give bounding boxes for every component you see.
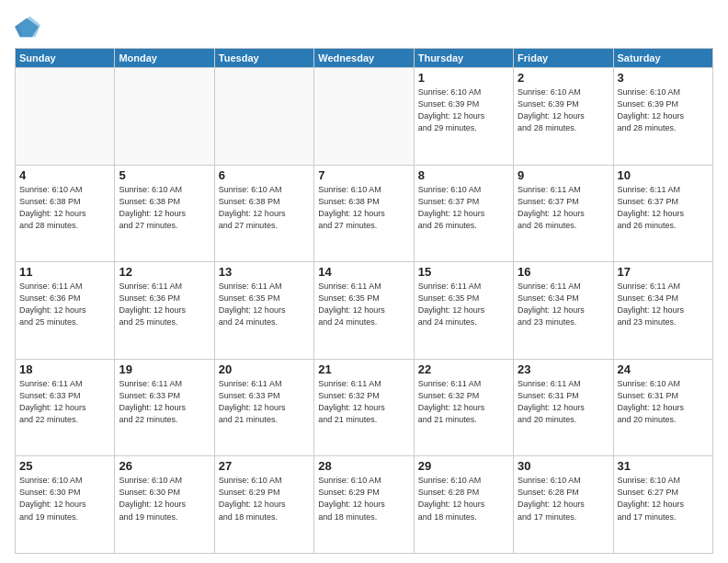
day-number: 20	[219, 362, 310, 376]
day-number: 11	[19, 265, 110, 279]
day-detail: Sunrise: 6:11 AM Sunset: 6:37 PM Dayligh…	[518, 184, 609, 232]
header-row: SundayMondayTuesdayWednesdayThursdayFrid…	[16, 49, 713, 68]
day-detail: Sunrise: 6:11 AM Sunset: 6:36 PM Dayligh…	[119, 281, 210, 328]
day-cell: 2Sunrise: 6:10 AM Sunset: 6:39 PM Daylig…	[514, 68, 613, 166]
day-number: 19	[119, 362, 210, 376]
day-number: 21	[318, 362, 409, 376]
day-detail: Sunrise: 6:10 AM Sunset: 6:28 PM Dayligh…	[518, 475, 609, 523]
day-cell: 12Sunrise: 6:11 AM Sunset: 6:36 PM Dayli…	[115, 262, 214, 360]
day-detail: Sunrise: 6:10 AM Sunset: 6:30 PM Dayligh…	[19, 475, 110, 523]
day-number: 2	[518, 71, 609, 85]
day-number: 10	[618, 168, 709, 182]
day-cell: 16Sunrise: 6:11 AM Sunset: 6:34 PM Dayli…	[514, 262, 613, 360]
day-header-monday: Monday	[115, 49, 214, 68]
day-number: 28	[318, 459, 409, 473]
day-cell: 21Sunrise: 6:11 AM Sunset: 6:32 PM Dayli…	[314, 359, 414, 456]
day-number: 22	[418, 362, 509, 376]
day-number: 6	[219, 168, 310, 182]
day-number: 3	[618, 71, 709, 85]
day-detail: Sunrise: 6:10 AM Sunset: 6:38 PM Dayligh…	[19, 184, 110, 232]
day-number: 15	[418, 265, 509, 279]
day-cell: 7Sunrise: 6:10 AM Sunset: 6:38 PM Daylig…	[314, 165, 414, 262]
day-number: 7	[318, 168, 409, 182]
day-cell: 9Sunrise: 6:11 AM Sunset: 6:37 PM Daylig…	[514, 165, 613, 262]
day-detail: Sunrise: 6:11 AM Sunset: 6:35 PM Dayligh…	[418, 281, 509, 328]
day-cell: 31Sunrise: 6:10 AM Sunset: 6:27 PM Dayli…	[613, 456, 712, 554]
day-detail: Sunrise: 6:11 AM Sunset: 6:33 PM Dayligh…	[119, 378, 210, 426]
day-cell: 30Sunrise: 6:10 AM Sunset: 6:28 PM Dayli…	[514, 456, 613, 554]
day-cell: 23Sunrise: 6:11 AM Sunset: 6:31 PM Dayli…	[514, 359, 613, 456]
week-row-1: 4Sunrise: 6:10 AM Sunset: 6:38 PM Daylig…	[16, 165, 713, 262]
day-cell: 14Sunrise: 6:11 AM Sunset: 6:35 PM Dayli…	[314, 262, 414, 360]
day-detail: Sunrise: 6:11 AM Sunset: 6:35 PM Dayligh…	[219, 281, 310, 328]
day-detail: Sunrise: 6:10 AM Sunset: 6:30 PM Dayligh…	[119, 475, 210, 523]
day-cell: 20Sunrise: 6:11 AM Sunset: 6:33 PM Dayli…	[214, 359, 313, 456]
day-cell: 27Sunrise: 6:10 AM Sunset: 6:29 PM Dayli…	[214, 456, 313, 554]
day-header-tuesday: Tuesday	[214, 49, 313, 68]
day-cell: 10Sunrise: 6:11 AM Sunset: 6:37 PM Dayli…	[613, 165, 712, 262]
day-detail: Sunrise: 6:11 AM Sunset: 6:31 PM Dayligh…	[518, 378, 609, 426]
day-detail: Sunrise: 6:11 AM Sunset: 6:37 PM Dayligh…	[618, 184, 709, 232]
day-number: 14	[318, 265, 409, 279]
day-cell: 13Sunrise: 6:11 AM Sunset: 6:35 PM Dayli…	[214, 262, 313, 360]
day-number: 31	[618, 459, 709, 473]
day-number: 26	[119, 459, 210, 473]
day-number: 18	[19, 362, 110, 376]
day-number: 16	[518, 265, 609, 279]
day-detail: Sunrise: 6:11 AM Sunset: 6:33 PM Dayligh…	[19, 378, 110, 426]
day-number: 5	[119, 168, 210, 182]
day-detail: Sunrise: 6:11 AM Sunset: 6:32 PM Dayligh…	[418, 378, 509, 426]
day-detail: Sunrise: 6:11 AM Sunset: 6:34 PM Dayligh…	[618, 281, 709, 328]
day-cell: 29Sunrise: 6:10 AM Sunset: 6:28 PM Dayli…	[414, 456, 513, 554]
page: SundayMondayTuesdayWednesdayThursdayFrid…	[0, 0, 728, 563]
day-number: 12	[119, 265, 210, 279]
day-number: 9	[518, 168, 609, 182]
day-header-wednesday: Wednesday	[314, 49, 414, 68]
day-number: 30	[518, 459, 609, 473]
day-detail: Sunrise: 6:10 AM Sunset: 6:37 PM Dayligh…	[418, 184, 509, 232]
day-detail: Sunrise: 6:10 AM Sunset: 6:39 PM Dayligh…	[418, 86, 509, 134]
day-number: 23	[518, 362, 609, 376]
day-cell: 26Sunrise: 6:10 AM Sunset: 6:30 PM Dayli…	[115, 456, 214, 554]
day-cell: 22Sunrise: 6:11 AM Sunset: 6:32 PM Dayli…	[414, 359, 513, 456]
day-cell: 1Sunrise: 6:10 AM Sunset: 6:39 PM Daylig…	[414, 68, 513, 166]
logo	[15, 15, 44, 40]
day-cell: 11Sunrise: 6:11 AM Sunset: 6:36 PM Dayli…	[16, 262, 115, 360]
day-detail: Sunrise: 6:10 AM Sunset: 6:39 PM Dayligh…	[618, 86, 709, 134]
day-cell	[115, 68, 214, 166]
day-detail: Sunrise: 6:11 AM Sunset: 6:35 PM Dayligh…	[318, 281, 409, 328]
day-cell: 6Sunrise: 6:10 AM Sunset: 6:38 PM Daylig…	[214, 165, 313, 262]
day-cell	[314, 68, 414, 166]
day-header-friday: Friday	[514, 49, 613, 68]
day-cell: 4Sunrise: 6:10 AM Sunset: 6:38 PM Daylig…	[16, 165, 115, 262]
day-detail: Sunrise: 6:10 AM Sunset: 6:38 PM Dayligh…	[219, 184, 310, 232]
day-detail: Sunrise: 6:10 AM Sunset: 6:38 PM Dayligh…	[318, 184, 409, 232]
calendar: SundayMondayTuesdayWednesdayThursdayFrid…	[15, 48, 713, 554]
day-detail: Sunrise: 6:10 AM Sunset: 6:39 PM Dayligh…	[518, 86, 609, 134]
day-header-thursday: Thursday	[414, 49, 513, 68]
day-cell: 17Sunrise: 6:11 AM Sunset: 6:34 PM Dayli…	[613, 262, 712, 360]
day-number: 1	[418, 71, 509, 85]
day-detail: Sunrise: 6:11 AM Sunset: 6:34 PM Dayligh…	[518, 281, 609, 328]
day-cell: 5Sunrise: 6:10 AM Sunset: 6:38 PM Daylig…	[115, 165, 214, 262]
day-cell: 15Sunrise: 6:11 AM Sunset: 6:35 PM Dayli…	[414, 262, 513, 360]
day-detail: Sunrise: 6:11 AM Sunset: 6:32 PM Dayligh…	[318, 378, 409, 426]
day-header-sunday: Sunday	[16, 49, 115, 68]
day-number: 27	[219, 459, 310, 473]
day-detail: Sunrise: 6:10 AM Sunset: 6:29 PM Dayligh…	[219, 475, 310, 523]
day-detail: Sunrise: 6:11 AM Sunset: 6:33 PM Dayligh…	[219, 378, 310, 426]
day-cell: 19Sunrise: 6:11 AM Sunset: 6:33 PM Dayli…	[115, 359, 214, 456]
day-detail: Sunrise: 6:10 AM Sunset: 6:29 PM Dayligh…	[318, 475, 409, 523]
day-header-saturday: Saturday	[613, 49, 712, 68]
week-row-0: 1Sunrise: 6:10 AM Sunset: 6:39 PM Daylig…	[16, 68, 713, 166]
day-number: 17	[618, 265, 709, 279]
day-cell	[16, 68, 115, 166]
header	[15, 15, 713, 40]
day-detail: Sunrise: 6:10 AM Sunset: 6:38 PM Dayligh…	[119, 184, 210, 232]
day-number: 25	[19, 459, 110, 473]
week-row-4: 25Sunrise: 6:10 AM Sunset: 6:30 PM Dayli…	[16, 456, 713, 554]
day-number: 13	[219, 265, 310, 279]
day-number: 29	[418, 459, 509, 473]
day-cell: 8Sunrise: 6:10 AM Sunset: 6:37 PM Daylig…	[414, 165, 513, 262]
day-cell: 25Sunrise: 6:10 AM Sunset: 6:30 PM Dayli…	[16, 456, 115, 554]
